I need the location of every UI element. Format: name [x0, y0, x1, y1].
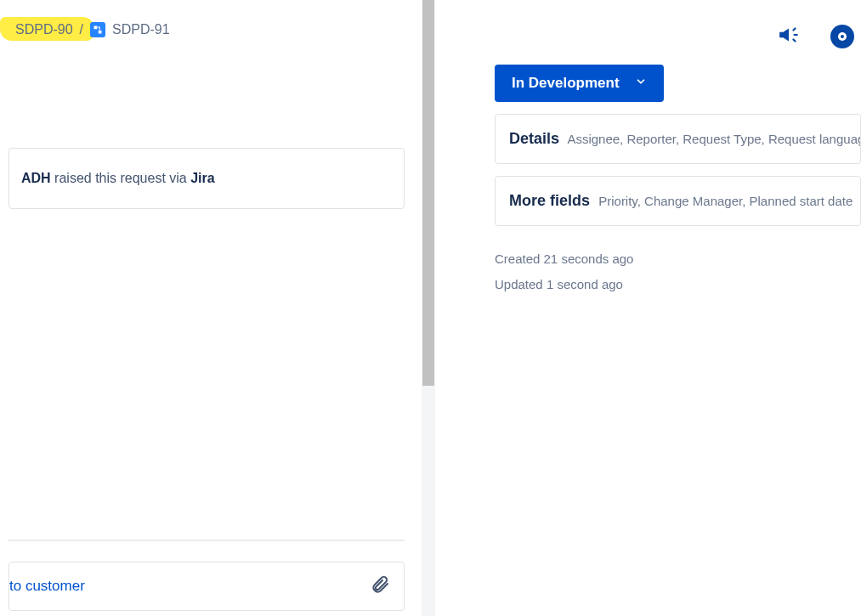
reply-to-customer-box[interactable]: to customer: [8, 562, 405, 611]
scrollbar-thumb[interactable]: [422, 0, 434, 386]
request-source: Jira: [190, 171, 214, 185]
details-panel-summary: Assignee, Reporter, Request Type, Reques…: [567, 132, 861, 146]
issue-main-pane: SDPD-90 / SDPD-91 ADH raised this reques…: [0, 0, 435, 616]
reply-section: to customer: [8, 540, 405, 611]
breadcrumb-child-link[interactable]: SDPD-91: [112, 22, 170, 37]
request-origin-card: ADH raised this request via Jira: [8, 148, 405, 209]
attachment-icon[interactable]: [370, 574, 390, 598]
feedback-icon[interactable]: [778, 24, 800, 49]
more-fields-panel[interactable]: More fields Priority, Change Manager, Pl…: [495, 176, 861, 226]
meta-dates: Created 21 seconds ago Updated 1 second …: [495, 246, 861, 297]
more-fields-panel-title: More fields: [509, 192, 590, 209]
more-fields-panel-summary: Priority, Change Manager, Planned start …: [598, 194, 853, 208]
breadcrumb: SDPD-90 / SDPD-91: [0, 0, 435, 46]
status-label: In Development: [512, 75, 620, 92]
created-label: Created 21 seconds ago: [495, 246, 861, 272]
svg-rect-0: [94, 26, 98, 30]
divider: [8, 540, 405, 541]
scrollbar-track[interactable]: [422, 0, 435, 616]
svg-rect-1: [99, 31, 102, 34]
reply-to-customer-link[interactable]: to customer: [9, 578, 85, 595]
breadcrumb-parent-link[interactable]: SDPD-90: [15, 22, 73, 37]
request-middle-text: raised this request via: [51, 171, 191, 185]
details-panel[interactable]: Details Assignee, Reporter, Request Type…: [495, 114, 861, 164]
status-dropdown-button[interactable]: In Development: [495, 65, 664, 102]
watch-icon[interactable]: [830, 25, 854, 48]
updated-label: Updated 1 second ago: [495, 272, 861, 297]
chevron-down-icon: [635, 75, 647, 92]
request-actor: ADH: [21, 171, 51, 185]
details-panel-title: Details: [509, 130, 559, 147]
issue-type-icon[interactable]: [90, 22, 105, 37]
breadcrumb-separator: /: [80, 22, 83, 37]
issue-side-pane: In Development Details Assignee, Reporte…: [435, 0, 861, 616]
